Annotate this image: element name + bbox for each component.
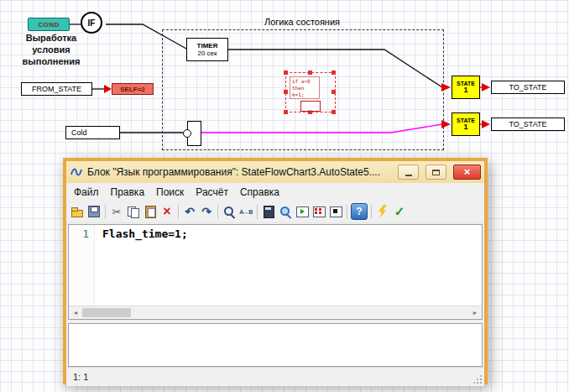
caption-line-2: условия (7, 44, 96, 55)
code-preview-line-3: k=1; (292, 91, 317, 98)
menu-item-5[interactable]: Справка (234, 185, 285, 200)
arrow-into-tostate2-icon (482, 120, 490, 128)
selection-handle[interactable] (284, 110, 288, 114)
code-editor-window: Блок "Язык программирования": StateFlowC… (63, 158, 488, 384)
zoom-button[interactable] (277, 203, 294, 220)
cold-block[interactable]: Cold (65, 126, 120, 139)
caption-line-3: выполнения (7, 55, 96, 67)
toolbar-separator (347, 205, 347, 219)
cut-button[interactable] (108, 203, 125, 220)
menu-item-2[interactable]: Правка (105, 185, 151, 200)
to-state1-block[interactable]: TO_STATE (491, 81, 565, 94)
menu-item-4[interactable]: Расчёт (190, 185, 234, 200)
compile-button[interactable] (374, 203, 391, 220)
selection-handle[interactable] (284, 71, 288, 75)
help-button[interactable] (351, 203, 368, 220)
selection-handle[interactable] (308, 71, 312, 75)
selected-block-outline (300, 101, 321, 112)
window-title: Блок "Язык программирования": StateFlowC… (87, 166, 391, 178)
replace-button[interactable] (238, 203, 254, 220)
scroll-thumb[interactable] (82, 308, 131, 317)
open-button[interactable] (69, 203, 86, 220)
titlebar[interactable]: Блок "Язык программирования": StateFlowC… (66, 161, 484, 183)
line-number: 1 (82, 227, 89, 240)
timer-title: TIMER (197, 42, 218, 50)
line-number-gutter: 1 (69, 225, 95, 306)
diagram-canvas: Логика состояния COND IF Выработка услов… (0, 0, 569, 392)
horizontal-scrollbar[interactable]: ◄ ► (69, 306, 482, 319)
scroll-left-icon[interactable]: ◄ (69, 306, 82, 319)
selection-handle[interactable] (284, 90, 288, 94)
code-preview-line-2: then (292, 85, 317, 91)
caption-line-1: Выработка (7, 32, 96, 44)
cond-block[interactable]: COND (28, 18, 70, 31)
wire-if-timer[interactable] (106, 24, 186, 49)
selected-code-block[interactable]: if a>0 then k=1; (285, 72, 336, 112)
if-block[interactable]: IF (81, 12, 102, 34)
wire-gate-state2[interactable] (201, 124, 442, 133)
toolbar-separator (178, 205, 179, 219)
state2-number: 1 (463, 123, 467, 131)
output-panel (68, 323, 483, 367)
menu-item-1[interactable]: Файл (68, 185, 105, 200)
timer-value: 20 сек (197, 50, 217, 57)
delete-button[interactable] (159, 203, 175, 220)
menu-bar: ФайлПравкаПоискРасчётСправка (66, 183, 484, 201)
run-button[interactable] (294, 203, 311, 220)
selection-handle[interactable] (331, 71, 336, 75)
code-editor[interactable]: 1 Flash_time=1; ◄ ► (68, 224, 483, 320)
apply-button[interactable] (391, 203, 408, 220)
stop-button[interactable] (327, 203, 344, 220)
state1-number: 1 (463, 86, 467, 94)
selection-handle[interactable] (331, 110, 336, 114)
caret-position: 1: 1 (73, 372, 88, 382)
to-state2-block[interactable]: TO_STATE (491, 118, 565, 131)
state2-block[interactable]: STATE 1 (452, 112, 480, 136)
arrow-into-state1-icon (441, 83, 451, 91)
code-preview-line-1: if a>0 (292, 78, 317, 85)
arrow-into-state2-icon (441, 120, 451, 128)
toolbar-separator (217, 205, 218, 219)
close-button[interactable] (453, 165, 481, 180)
code-preview: if a>0 then k=1; (290, 76, 320, 99)
paste-button[interactable] (142, 203, 159, 220)
calculator-button[interactable] (260, 203, 277, 220)
minimize-button[interactable] (398, 165, 419, 180)
undo-button[interactable] (181, 203, 198, 220)
arrow-into-tostate1-icon (482, 83, 490, 91)
from-state-block[interactable]: FROM_STATE (21, 82, 92, 96)
code-line: Flash_time=1; (102, 227, 188, 240)
scroll-right-icon[interactable]: ► (468, 306, 482, 319)
condition-caption: Выработка условия выполнения (7, 32, 96, 67)
maximize-button[interactable] (425, 165, 446, 180)
self-state-badge[interactable]: SELF=2 (112, 83, 154, 95)
copy-button[interactable] (125, 203, 142, 220)
app-icon (70, 165, 83, 179)
toolbar-separator (371, 205, 372, 219)
toolbar (66, 201, 484, 223)
selection-handle[interactable] (331, 90, 336, 94)
gate-input-port[interactable] (183, 129, 191, 138)
resize-grip[interactable] (472, 374, 483, 385)
matrix-button[interactable] (311, 203, 327, 220)
status-bar: 1: 1 (66, 367, 484, 386)
state1-block[interactable]: STATE 1 (452, 76, 480, 99)
find-button[interactable] (221, 203, 238, 220)
arrow-into-self-icon (104, 85, 112, 93)
redo-button[interactable] (198, 203, 215, 220)
timer-block[interactable]: TIMER 20 сек (186, 38, 228, 61)
toolbar-separator (105, 205, 106, 219)
save-button[interactable] (86, 203, 102, 220)
menu-item-3[interactable]: Поиск (150, 185, 190, 200)
toolbar-separator (257, 205, 258, 219)
